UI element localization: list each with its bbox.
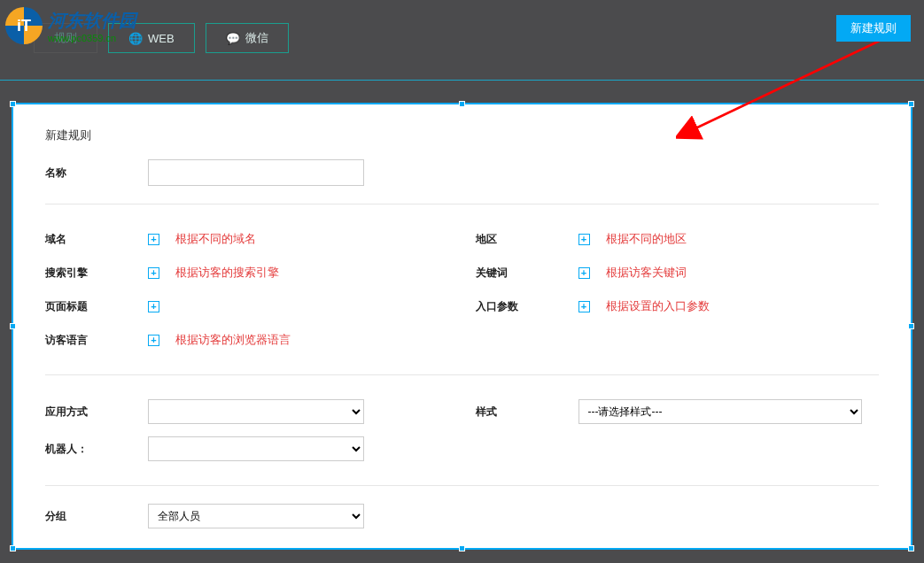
- resize-handle[interactable]: [10, 323, 16, 329]
- resize-handle[interactable]: [10, 545, 16, 551]
- name-input[interactable]: [148, 159, 364, 186]
- resize-handle[interactable]: [459, 545, 465, 551]
- separator: [45, 485, 879, 486]
- keyword-label: 关键词: [476, 266, 578, 281]
- plus-icon[interactable]: +: [148, 267, 159, 279]
- plus-icon[interactable]: +: [148, 301, 159, 312]
- entry-param-hint: 根据设置的入口参数: [606, 298, 710, 314]
- modal-title: 新建规则: [45, 127, 879, 143]
- region-label: 地区: [476, 232, 578, 247]
- keyword-hint: 根据访客关键词: [606, 265, 687, 281]
- resize-handle[interactable]: [10, 101, 16, 107]
- visitor-lang-label: 访客语言: [45, 333, 148, 348]
- watermark-logo: iT 河东软件园 www.pc0359.cn: [5, 7, 136, 44]
- resize-handle[interactable]: [459, 101, 465, 107]
- resize-handle[interactable]: [908, 323, 914, 329]
- nav-tab-wechat[interactable]: 💬 微信: [206, 23, 289, 53]
- style-select[interactable]: ---请选择样式---: [578, 399, 862, 424]
- style-label: 样式: [476, 405, 578, 420]
- watermark-title: 河东软件园: [48, 9, 136, 33]
- separator: [45, 374, 879, 375]
- wechat-icon: 💬: [226, 32, 240, 45]
- entry-param-label: 入口参数: [476, 299, 578, 314]
- watermark-url: www.pc0359.cn: [48, 33, 136, 43]
- separator: [45, 204, 879, 204]
- apply-method-select[interactable]: [148, 399, 364, 424]
- search-engine-label: 搜索引擎: [45, 266, 148, 281]
- group-label: 分组: [45, 509, 148, 524]
- new-rule-modal: 新建规则 名称 域名 + 根据不同的域名 搜索引擎 + 根据访客的搜索引擎: [12, 103, 912, 550]
- new-rule-button[interactable]: 新建规则: [836, 15, 911, 42]
- logo-icon: iT: [5, 7, 43, 44]
- resize-handle[interactable]: [908, 545, 914, 551]
- robot-select[interactable]: [148, 436, 364, 461]
- plus-icon[interactable]: +: [578, 234, 590, 245]
- robot-label: 机器人：: [45, 442, 148, 457]
- resize-handle[interactable]: [908, 101, 914, 107]
- plus-icon[interactable]: +: [148, 335, 159, 346]
- domain-hint: 根据不同的域名: [175, 231, 256, 247]
- visitor-lang-hint: 根据访客的浏览器语言: [175, 332, 291, 348]
- plus-icon[interactable]: +: [148, 234, 159, 245]
- divider-line: [0, 80, 924, 81]
- domain-label: 域名: [45, 232, 148, 247]
- search-engine-hint: 根据访客的搜索引擎: [175, 265, 279, 281]
- plus-icon[interactable]: +: [578, 301, 590, 312]
- plus-icon[interactable]: +: [578, 267, 590, 279]
- page-title-label: 页面标题: [45, 299, 148, 314]
- apply-method-label: 应用方式: [45, 405, 148, 420]
- region-hint: 根据不同的地区: [606, 231, 687, 247]
- name-label: 名称: [45, 166, 148, 181]
- group-select[interactable]: 全部人员: [148, 504, 364, 528]
